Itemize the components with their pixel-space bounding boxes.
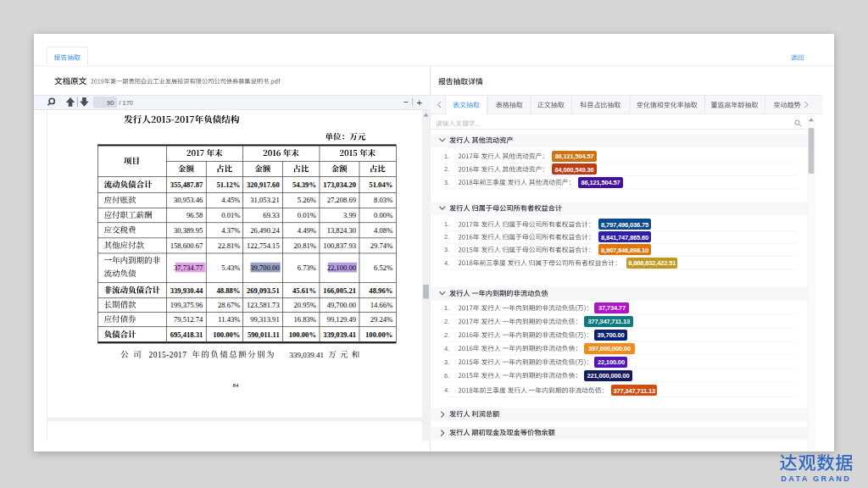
svg-text:1.: 1. <box>444 304 449 312</box>
svg-text:269,093.51: 269,093.51 <box>247 286 280 295</box>
svg-text:49,700.00: 49,700.00 <box>327 301 356 309</box>
svg-text:100.00%: 100.00% <box>213 330 240 339</box>
svg-text:84: 84 <box>233 382 239 388</box>
svg-text:20.81%: 20.81% <box>294 241 317 250</box>
svg-text:22.81%: 22.81% <box>218 241 241 250</box>
svg-text:8,907,846,898.10: 8,907,846,898.10 <box>601 247 648 254</box>
svg-text:100.00%: 100.00% <box>365 330 392 339</box>
svg-text:100,837.93: 100,837.93 <box>323 241 356 250</box>
svg-text:14.66%: 14.66% <box>370 301 393 309</box>
svg-text:3.: 3. <box>444 246 449 253</box>
svg-text:99,129.49: 99,129.49 <box>327 315 356 324</box>
svg-text:54.39%: 54.39% <box>292 180 316 189</box>
svg-text:4.37%: 4.37% <box>221 226 240 235</box>
svg-text:166,005.21: 166,005.21 <box>323 286 356 295</box>
svg-text:8.03%: 8.03% <box>374 196 392 204</box>
svg-text:5.26%: 5.26% <box>298 196 316 204</box>
svg-text:29.24%: 29.24% <box>370 315 393 324</box>
svg-text:/ 170: / 170 <box>119 99 133 107</box>
svg-text:31,053.21: 31,053.21 <box>250 196 279 204</box>
svg-text:5.43%: 5.43% <box>221 263 240 272</box>
svg-text:377,347,711.13: 377,347,711.13 <box>587 318 630 325</box>
svg-text:4.49%: 4.49% <box>298 226 316 235</box>
svg-text:64,060,549.36: 64,060,549.36 <box>554 166 593 174</box>
svg-text:39,700.00: 39,700.00 <box>250 263 279 272</box>
svg-text:122,754.15: 122,754.15 <box>247 241 280 250</box>
svg-text:29.74%: 29.74% <box>370 241 393 250</box>
svg-text:69.33: 69.33 <box>263 211 279 219</box>
svg-text:90: 90 <box>107 99 114 107</box>
svg-text:320,917.60: 320,917.60 <box>247 180 280 189</box>
svg-text:339,930.44: 339,930.44 <box>170 286 203 295</box>
svg-text:173,034.20: 173,034.20 <box>323 180 356 189</box>
svg-text:27,208.69: 27,208.69 <box>327 196 356 204</box>
svg-text:221,000,000.00: 221,000,000.00 <box>587 372 629 380</box>
svg-text:79,512.74: 79,512.74 <box>174 315 203 324</box>
svg-text:−: − <box>403 97 409 107</box>
svg-text:4.45%: 4.45% <box>221 196 240 204</box>
svg-text:8,841,747,865.60: 8,841,747,865.60 <box>601 234 648 241</box>
svg-text:695,418.31: 695,418.31 <box>170 330 203 339</box>
svg-text:48.88%: 48.88% <box>216 286 240 295</box>
svg-text:11.43%: 11.43% <box>218 315 240 324</box>
svg-text:339,039.41: 339,039.41 <box>290 351 325 359</box>
svg-text:13,824.30: 13,824.30 <box>327 226 356 235</box>
svg-text:3.99: 3.99 <box>343 211 356 219</box>
svg-text:590,011.11: 590,011.11 <box>248 330 280 339</box>
svg-text:22,100.00: 22,100.00 <box>327 263 356 272</box>
svg-text:96.58: 96.58 <box>186 211 203 219</box>
svg-text:8,866,632,422.51: 8,866,632,422.51 <box>628 259 676 267</box>
svg-text:26,490.24: 26,490.24 <box>250 226 280 235</box>
svg-text:2.: 2. <box>444 165 449 173</box>
svg-text:2.: 2. <box>444 233 449 241</box>
svg-text:22,100.00: 22,100.00 <box>598 358 625 366</box>
svg-text:2015-2017: 2015-2017 <box>149 351 187 359</box>
svg-text:4.: 4. <box>444 345 449 352</box>
svg-text:30,389.95: 30,389.95 <box>174 226 203 235</box>
svg-text:377,347,711.13: 377,347,711.13 <box>613 387 655 395</box>
svg-text:48.96%: 48.96% <box>369 286 392 295</box>
svg-text:86,121,504.57: 86,121,504.57 <box>581 179 620 186</box>
svg-text:28.67%: 28.67% <box>218 301 241 309</box>
svg-text:3.: 3. <box>444 358 449 366</box>
svg-text:6.73%: 6.73% <box>298 263 316 272</box>
svg-text:339,039.41: 339,039.41 <box>323 330 356 339</box>
svg-text:4.: 4. <box>444 259 449 267</box>
svg-text:158,600.67: 158,600.67 <box>170 241 203 250</box>
svg-text:30,953.46: 30,953.46 <box>174 196 203 204</box>
svg-text:397,000,000.00: 397,000,000.00 <box>588 345 631 352</box>
svg-text:0.01%: 0.01% <box>298 211 316 219</box>
svg-text:100.00%: 100.00% <box>289 330 316 339</box>
svg-text:45.61%: 45.61% <box>292 286 316 295</box>
svg-text:8,797,496,036.75: 8,797,496,036.75 <box>601 221 648 229</box>
svg-text:355,487.87: 355,487.87 <box>170 180 203 189</box>
svg-text:3.: 3. <box>444 179 449 186</box>
svg-text:20.95%: 20.95% <box>294 301 317 309</box>
svg-text:2.: 2. <box>444 331 449 339</box>
svg-text:4.08%: 4.08% <box>374 226 392 235</box>
svg-text:37,734.77: 37,734.77 <box>598 304 626 312</box>
svg-text:99,313.91: 99,313.91 <box>250 315 279 324</box>
svg-text:1.: 1. <box>444 152 449 160</box>
svg-text:199,375.96: 199,375.96 <box>170 301 203 309</box>
svg-text:39,700.00: 39,700.00 <box>598 331 625 339</box>
svg-text:6.52%: 6.52% <box>374 263 392 272</box>
svg-text:123,581.73: 123,581.73 <box>247 301 280 309</box>
svg-text:16.83%: 16.83% <box>294 315 317 324</box>
svg-text:DATA GRAND: DATA GRAND <box>781 474 851 483</box>
svg-text:+: + <box>416 97 421 108</box>
svg-text:51.04%: 51.04% <box>369 180 392 189</box>
svg-text:2.: 2. <box>444 318 449 325</box>
svg-text:4.: 4. <box>444 386 449 394</box>
svg-text:86,121,504.57: 86,121,504.57 <box>554 152 593 160</box>
svg-text:51.12%: 51.12% <box>216 180 240 189</box>
svg-text:37,734.77: 37,734.77 <box>174 263 203 272</box>
svg-text:0.01%: 0.01% <box>221 211 240 219</box>
svg-text:6.: 6. <box>444 372 449 380</box>
svg-text:1.: 1. <box>444 220 449 228</box>
svg-text:0.00%: 0.00% <box>374 211 392 219</box>
